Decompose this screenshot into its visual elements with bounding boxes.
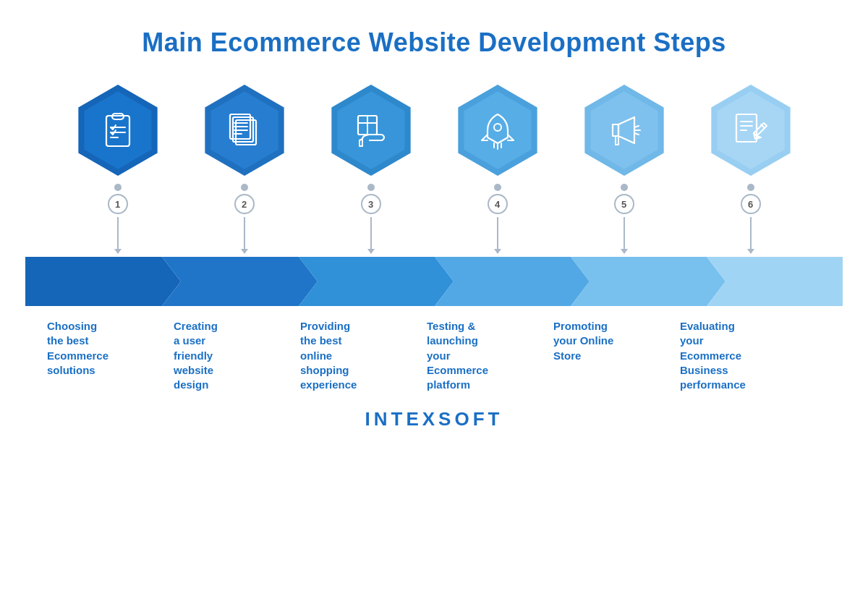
step-column-1: 1 (54, 80, 181, 250)
connector-2: 2 (234, 184, 255, 250)
banner-row (25, 257, 843, 306)
arrow-line-2 (244, 217, 245, 250)
svg-rect-34 (736, 114, 757, 142)
connector-3: 3 (361, 184, 381, 250)
hexagon-6 (700, 80, 801, 181)
brand-logo: INTEXSOFT (365, 408, 503, 430)
number-3: 3 (361, 194, 381, 214)
step-icon-3 (347, 107, 394, 154)
arrow-line-5 (624, 217, 625, 250)
hexagon-2 (194, 80, 295, 181)
hexagon-1 (67, 80, 169, 181)
step-label-2: Creatinga userfriendlywebsitedesign (174, 319, 218, 392)
step-column-5: 5 (561, 80, 687, 250)
label-col-5: Promotingyour OnlineStore (550, 319, 676, 392)
connector-1: 1 (108, 184, 128, 250)
step-column-6: 6 (687, 80, 814, 250)
step-label-5: Promotingyour OnlineStore (553, 319, 613, 363)
svg-rect-2 (106, 116, 129, 146)
arrow-line-6 (750, 217, 752, 250)
arrow-line-1 (117, 217, 119, 250)
dot-3 (367, 184, 375, 191)
connector-5: 5 (614, 184, 634, 250)
number-6: 6 (741, 194, 761, 214)
svg-line-38 (761, 124, 764, 127)
step-icon-1 (94, 107, 141, 154)
number-2: 2 (234, 194, 255, 214)
dot-6 (747, 184, 754, 191)
dot-4 (494, 184, 501, 191)
icons-row: 1 2 (36, 80, 832, 250)
step-icon-6 (727, 107, 774, 154)
banner-segment-3 (299, 257, 454, 306)
label-col-3: Providingthe bestonlineshoppingexperienc… (297, 319, 423, 392)
arrow-line-3 (370, 217, 372, 250)
svg-point-23 (494, 124, 501, 131)
page-title: Main Ecommerce Website Development Steps (142, 27, 726, 58)
labels-row: Choosingthe bestEcommercesolutionsCreati… (36, 319, 832, 392)
number-1: 1 (108, 194, 128, 214)
connector-6: 6 (741, 184, 761, 250)
hexagon-3 (320, 80, 422, 181)
step-icon-5 (600, 107, 647, 154)
steps-container: 1 2 (0, 80, 868, 392)
hexagon-4 (447, 80, 548, 181)
hexagon-5 (574, 80, 675, 181)
step-label-6: EvaluatingyourEcommerceBusinessperforman… (680, 319, 746, 392)
label-col-6: EvaluatingyourEcommerceBusinessperforman… (676, 319, 803, 392)
step-icon-2 (221, 107, 268, 154)
step-label-4: Testing &launchingyourEcommerceplatform (427, 319, 488, 392)
step-column-3: 3 (307, 80, 434, 250)
step-column-2: 2 (181, 80, 307, 250)
label-col-4: Testing &launchingyourEcommerceplatform (423, 319, 550, 392)
step-label-1: Choosingthe bestEcommercesolutions (47, 319, 109, 378)
dot-2 (241, 184, 248, 191)
dot-1 (114, 184, 122, 191)
banner-segment-2 (162, 257, 318, 306)
banner-segment-1 (25, 257, 181, 306)
label-col-1: Choosingthe bestEcommercesolutions (43, 319, 170, 392)
banner-segment-6 (707, 257, 843, 306)
arrow-line-4 (497, 217, 498, 250)
number-5: 5 (614, 194, 634, 214)
step-column-4: 4 (434, 80, 561, 250)
step-label-3: Providingthe bestonlineshoppingexperienc… (300, 319, 357, 392)
connector-4: 4 (488, 184, 508, 250)
label-col-2: Creatinga userfriendlywebsitedesign (170, 319, 297, 392)
dot-5 (621, 184, 628, 191)
banner-segment-5 (571, 257, 726, 306)
banner-segment-4 (435, 257, 590, 306)
number-4: 4 (488, 194, 508, 214)
step-icon-4 (474, 107, 521, 154)
